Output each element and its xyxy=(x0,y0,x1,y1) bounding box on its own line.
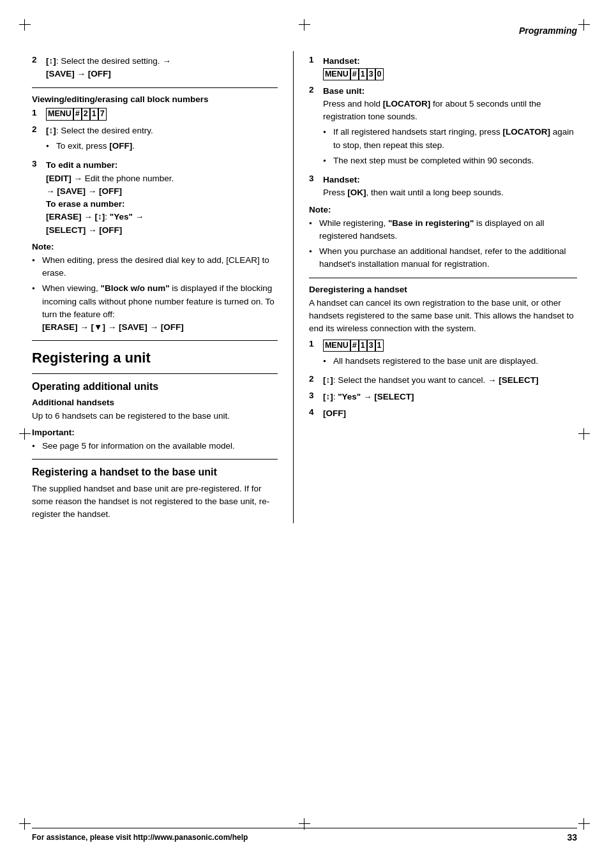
menu-key-1v: MENU xyxy=(46,108,73,121)
step2v-bullets: To exit, press [OFF]. xyxy=(46,140,278,153)
step2r-bullet1: If all registered handsets start ringing… xyxy=(323,126,577,152)
divider-right-1 xyxy=(309,278,577,278)
divider-2 xyxy=(32,340,278,341)
section-viewing-heading: Viewing/editing/erasing call block numbe… xyxy=(32,94,278,104)
digit-1b-1b: 1 xyxy=(375,340,384,352)
step-2-content: [↕]: Select the desired setting. →[SAVE]… xyxy=(46,55,278,81)
corner-mark-bl xyxy=(19,818,31,830)
page-footer: For assistance, please visit http://www.… xyxy=(32,828,577,842)
col-right: 1 Handset: MENU#130 2 Base unit: Press a… xyxy=(294,51,577,523)
step-3b-content: [↕]: "Yes" → [SELECT] xyxy=(323,391,577,403)
deregistering-text: A handset can cancel its own registratio… xyxy=(309,297,577,336)
digit-1b-1: 1 xyxy=(359,340,367,352)
step-num-2v: 2 xyxy=(32,124,43,134)
footer-text: For assistance, please visit http://www.… xyxy=(32,833,248,842)
step1b-bullets: All handsets registered to the base unit… xyxy=(323,355,577,368)
divider-4 xyxy=(32,459,278,460)
edit-key: [EDIT] xyxy=(46,174,71,183)
divider-1 xyxy=(32,87,278,88)
note-r-bullet1: While registering, "Base in registering"… xyxy=(309,217,577,243)
step-2v-content: [↕]: Select the desired entry. To exit, … xyxy=(46,124,278,156)
registering-handset-text: The supplied handset and base unit are p… xyxy=(32,483,278,521)
step-num-2: 2 xyxy=(32,55,43,64)
step1b-bullet1: All handsets registered to the base unit… xyxy=(323,355,577,368)
step-num-2b: 2 xyxy=(309,374,320,384)
step-1b-content: MENU#131 All handsets registered to the … xyxy=(323,339,577,370)
step2-selector-text: [↕]: Select the desired setting. →[SAVE]… xyxy=(46,56,171,79)
step3v-edit-label: To edit a number: xyxy=(46,160,117,170)
top-center-mark xyxy=(299,19,310,31)
step2r-bullets: If all registered handsets start ringing… xyxy=(323,126,577,167)
digit-r1-0: 0 xyxy=(375,68,384,81)
step-2b: 2 [↕]: Select the handset you want to ca… xyxy=(309,374,577,387)
two-col-layout: 2 [↕]: Select the desired setting. →[SAV… xyxy=(32,51,577,523)
page-title: Programming xyxy=(519,26,577,36)
menu-key-r1: MENU xyxy=(323,68,350,81)
step-1-right: 1 Handset: MENU#130 xyxy=(309,55,577,81)
step-num-1r: 1 xyxy=(309,55,320,64)
step2v-selector: [↕] xyxy=(46,126,56,135)
step-2r-content: Base unit: Press and hold [LOCATOR] for … xyxy=(323,85,577,170)
corner-mark-tl xyxy=(19,19,31,31)
step-2b-content: [↕]: Select the handset you want to canc… xyxy=(323,374,577,387)
page: Programming 2 [↕]: Select the desired se… xyxy=(0,0,609,868)
registering-handset-heading: Registering a handset to the base unit xyxy=(32,466,278,478)
step3r-label: Handset: xyxy=(323,175,360,184)
note-bullet-2: When viewing, "Block w/o num" is display… xyxy=(32,282,278,334)
note-bullets-right: While registering, "Base in registering"… xyxy=(309,217,577,271)
left-center-mark xyxy=(19,428,31,440)
digit-r1-3: 3 xyxy=(367,68,375,81)
corner-mark-tr xyxy=(578,19,590,31)
digit-key-7: 7 xyxy=(98,108,107,121)
operating-additional-heading: Operating additional units xyxy=(32,380,278,393)
important-bullets: See page 5 for information on the availa… xyxy=(32,440,278,453)
step2r-bullet2: The next step must be completed within 9… xyxy=(323,154,577,167)
step1r-label: Handset: xyxy=(323,56,360,66)
step-num-1b: 1 xyxy=(309,339,320,348)
step-1v-content: MENU#217 xyxy=(46,108,278,121)
hash-key-1b: # xyxy=(350,340,359,352)
step2r-label: Base unit: xyxy=(323,86,365,96)
step-num-2r: 2 xyxy=(309,85,320,94)
step-3-viewing: 3 To edit a number: [EDIT] → Edit the ph… xyxy=(32,159,278,237)
hash-key-r1: # xyxy=(350,68,359,81)
corner-mark-br xyxy=(578,818,590,830)
step-num-4b: 4 xyxy=(309,407,320,417)
digit-1b-3: 3 xyxy=(367,340,375,352)
step-3b: 3 [↕]: "Yes" → [SELECT] xyxy=(309,391,577,403)
step-1r-content: Handset: MENU#130 xyxy=(323,55,577,81)
step-3-right: 3 Handset: Press [OK], then wait until a… xyxy=(309,174,577,200)
step-num-3b: 3 xyxy=(309,391,320,400)
note-r-bullet2: When you purchase an additional handset,… xyxy=(309,245,577,271)
step-3r-content: Handset: Press [OK], then wait until a l… xyxy=(323,174,577,200)
step-2-right: 2 Base unit: Press and hold [LOCATOR] fo… xyxy=(309,85,577,170)
step-2-selector: 2 [↕]: Select the desired setting. →[SAV… xyxy=(32,55,278,81)
step-num-3v: 3 xyxy=(32,159,43,168)
note-label-right: Note: xyxy=(309,205,577,214)
digit-key-2: 2 xyxy=(82,108,90,121)
important-label: Important: xyxy=(32,428,278,437)
important-bullet-1: See page 5 for information on the availa… xyxy=(32,440,278,453)
note-label-left: Note: xyxy=(32,242,278,251)
step-3v-content: To edit a number: [EDIT] → Edit the phon… xyxy=(46,159,278,237)
step3v-erase-label: To erase a number: xyxy=(46,199,125,209)
deregistering-heading: Deregistering a handset xyxy=(309,285,577,294)
digit-r1-1: 1 xyxy=(359,68,367,81)
note-bullets-left: When editing, press the desired dial key… xyxy=(32,254,278,334)
step-num-3r: 3 xyxy=(309,174,320,183)
additional-handsets-text: Up to 6 handsets can be registered to th… xyxy=(32,410,278,423)
step2v-bullet1: To exit, press [OFF]. xyxy=(46,140,278,153)
divider-3 xyxy=(32,373,278,374)
step-1b: 1 MENU#131 All handsets registered to th… xyxy=(309,339,577,370)
right-center-mark xyxy=(578,428,590,440)
step-4b: 4 [OFF] xyxy=(309,407,577,420)
additional-handsets-heading: Additional handsets xyxy=(32,398,278,407)
step-1-viewing: 1 MENU#217 xyxy=(32,108,278,121)
step-num-1v: 1 xyxy=(32,108,43,117)
note-bullet-1: When editing, press the desired dial key… xyxy=(32,254,278,280)
registering-unit-heading: Registering a unit xyxy=(32,350,278,366)
step-4b-content: [OFF] xyxy=(323,407,577,420)
col-left: 2 [↕]: Select the desired setting. →[SAV… xyxy=(32,51,294,523)
hash-key-1v: # xyxy=(73,108,82,121)
page-number: 33 xyxy=(567,832,577,842)
